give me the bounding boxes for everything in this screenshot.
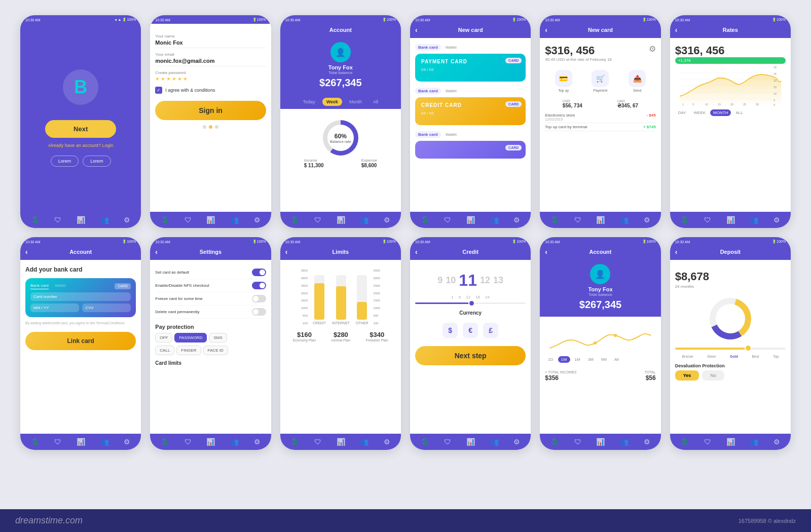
toggle-2[interactable] [252, 282, 266, 289]
filter-1m[interactable]: 1M [572, 356, 583, 363]
card-3-tab-wallet[interactable]: Wallet [443, 131, 460, 138]
back-arrow-10[interactable]: ‹ [415, 248, 418, 256]
footer-icon-chart-10[interactable]: 📊 [466, 438, 475, 446]
cvv-field[interactable]: CVV [82, 303, 131, 312]
footer-icon-shield-2[interactable]: 🛡 [185, 216, 192, 224]
filter-3m[interactable]: 3M [585, 356, 597, 363]
back-arrow-9[interactable]: ‹ [285, 248, 288, 256]
footer-icon-shield-12[interactable]: 🛡 [704, 438, 711, 446]
toggle-4[interactable] [252, 308, 266, 316]
footer-icon-settings-5[interactable]: ⚙ [644, 216, 650, 224]
footer-icon-home-4[interactable]: 💲 [421, 216, 429, 224]
filter-1d[interactable]: 1D [545, 356, 556, 363]
back-arrow-4[interactable]: ‹ [415, 26, 418, 34]
footer-icon-settings-2[interactable]: ⚙ [254, 216, 261, 224]
btn-face-id[interactable]: FACE ID [203, 346, 228, 355]
footer-icon-settings-7[interactable]: ⚙ [124, 438, 130, 446]
currency-dollar[interactable]: $ [443, 323, 458, 338]
footer-icon-settings-10[interactable]: ⚙ [513, 438, 520, 446]
lorem-btn-2[interactable]: Lorem [83, 156, 111, 167]
footer-icon-chart-9[interactable]: 📊 [337, 438, 345, 446]
footer-icon-shield[interactable]: 🛡 [54, 216, 61, 224]
tier-gold[interactable]: Gold [730, 355, 738, 358]
footer-icon-home-5[interactable]: 💲 [550, 216, 559, 224]
footer-icon-chart[interactable]: 📊 [77, 216, 85, 224]
footer-icon-users-8[interactable]: 👥 [230, 438, 239, 446]
wallet-tab[interactable]: Wallet [55, 283, 66, 289]
footer-icon-chart-5[interactable]: 📊 [596, 216, 605, 224]
footer-icon-settings-3[interactable]: ⚙ [384, 216, 390, 224]
back-arrow-6[interactable]: ‹ [675, 26, 678, 34]
footer-icon-home[interactable]: 💲 [31, 216, 40, 224]
back-arrow-11[interactable]: ‹ [545, 248, 547, 256]
toggle-3[interactable] [252, 295, 266, 302]
filter-week[interactable]: WEEK [691, 109, 709, 116]
footer-icon-settings-6[interactable]: ⚙ [773, 216, 780, 224]
footer-icon-home-10[interactable]: 💲 [421, 438, 429, 446]
filter-month[interactable]: MONTH [710, 109, 731, 116]
footer-icon-chart-4[interactable]: 📊 [466, 216, 475, 224]
card-number-field[interactable]: Card number [30, 292, 131, 301]
footer-icon-users-9[interactable]: 👥 [360, 438, 368, 446]
back-arrow-12[interactable]: ‹ [675, 248, 678, 256]
filter-all-11[interactable]: All [611, 356, 622, 363]
footer-icon-settings[interactable]: ⚙ [124, 216, 130, 224]
mm-yy-field[interactable]: MM / YY [30, 303, 79, 312]
footer-icon-settings-12[interactable]: ⚙ [773, 438, 780, 446]
footer-icon-chart-2[interactable]: 📊 [206, 216, 215, 224]
footer-icon-chart-6[interactable]: 📊 [726, 216, 735, 224]
btn-sms[interactable]: SMS [209, 333, 227, 343]
filter-1w[interactable]: 1W [558, 356, 570, 363]
footer-icon-chart-11[interactable]: 📊 [596, 438, 605, 446]
no-button[interactable]: No [702, 370, 724, 381]
tab-month[interactable]: Month [345, 98, 366, 106]
footer-icon-settings-9[interactable]: ⚙ [384, 438, 390, 446]
footer-icon-shield-6[interactable]: 🛡 [704, 216, 711, 224]
back-arrow-5[interactable]: ‹ [545, 26, 547, 34]
footer-icon-settings-4[interactable]: ⚙ [513, 216, 520, 224]
card-1-tab-wallet[interactable]: Wallet [443, 44, 460, 51]
tier-best[interactable]: Best [752, 355, 759, 358]
btn-password[interactable]: PASSWORD [174, 333, 207, 343]
footer-icon-shield-7[interactable]: 🛡 [54, 438, 61, 446]
deposit-slider-handle[interactable] [745, 345, 752, 352]
footer-icon-home-7[interactable]: 💲 [31, 438, 40, 446]
currency-pound[interactable]: £ [483, 323, 498, 338]
footer-icon-users-4[interactable]: 👥 [490, 216, 499, 224]
next-step-button[interactable]: Next step [415, 346, 526, 365]
card-1-tab-bank[interactable]: Bank card [415, 44, 441, 51]
footer-icon-chart-3[interactable]: 📊 [337, 216, 345, 224]
footer-icon-settings-8[interactable]: ⚙ [254, 438, 261, 446]
card-2-tab-wallet[interactable]: Wallet [443, 88, 460, 94]
tier-bronze[interactable]: Bronze [682, 355, 693, 358]
yes-button[interactable]: Yes [675, 370, 699, 381]
bank-card-tab[interactable]: Bank card [30, 283, 49, 289]
slider-handle[interactable] [468, 300, 475, 307]
footer-icon-users-2[interactable]: 👥 [230, 216, 239, 224]
footer-icon-home-9[interactable]: 💲 [290, 438, 299, 446]
send-action[interactable]: 📤 Send [629, 70, 646, 92]
footer-icon-shield-10[interactable]: 🛡 [444, 438, 451, 446]
footer-icon-users-11[interactable]: 👥 [620, 438, 629, 446]
payment-action[interactable]: 🛒 Payment [592, 70, 609, 92]
card-3-tab-bank[interactable]: Bank card [415, 131, 441, 138]
footer-icon-home-3[interactable]: 💲 [290, 216, 299, 224]
topup-action[interactable]: 💳 Top up [555, 70, 572, 92]
footer-icon-chart-8[interactable]: 📊 [206, 438, 215, 446]
footer-icon-shield-8[interactable]: 🛡 [185, 438, 192, 446]
tier-silver[interactable]: Silver [707, 355, 716, 358]
btn-off[interactable]: OFF [155, 333, 172, 343]
filter-all[interactable]: ALL [732, 109, 746, 116]
next-button[interactable]: Next [45, 120, 116, 138]
toggle-1[interactable] [252, 269, 266, 276]
tab-today[interactable]: Today [299, 98, 319, 106]
footer-icon-home-12[interactable]: 💲 [680, 438, 689, 446]
tier-top[interactable]: Top [773, 355, 779, 358]
lorem-btn-1[interactable]: Lorem [51, 156, 79, 167]
footer-icon-shield-9[interactable]: 🛡 [314, 438, 321, 446]
footer-icon-home-2[interactable]: 💲 [161, 216, 169, 224]
footer-icon-users[interactable]: 👥 [100, 216, 109, 224]
tab-all[interactable]: All [369, 98, 382, 106]
footer-icon-users-12[interactable]: 👥 [750, 438, 758, 446]
footer-icon-settings-11[interactable]: ⚙ [644, 438, 650, 446]
